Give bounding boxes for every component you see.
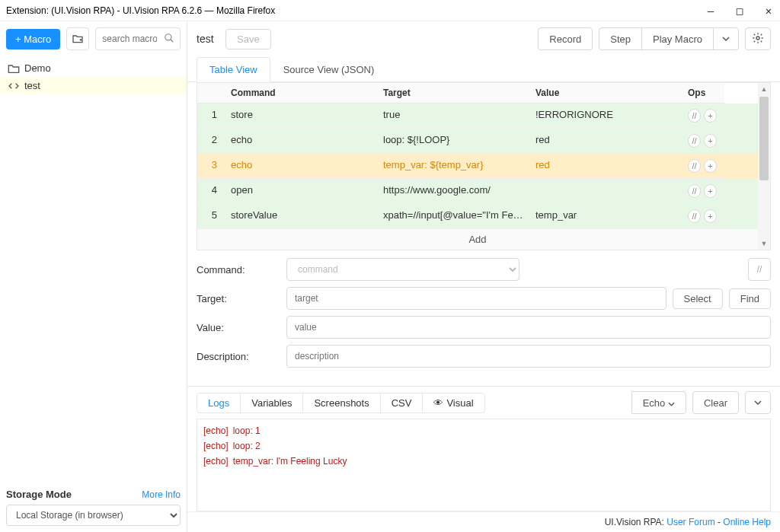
log-tag: [echo] xyxy=(203,441,229,451)
row-ops: //+ xyxy=(682,204,724,229)
save-button[interactable]: Save xyxy=(225,29,271,49)
row-target: temp_var: ${temp_var} xyxy=(377,154,529,179)
window-titlebar: Extension: (UI.Vision RPA) - UI.Vision R… xyxy=(0,0,780,21)
add-row-button[interactable]: + xyxy=(704,209,717,223)
target-field[interactable] xyxy=(286,287,667,310)
tree-item-label: test xyxy=(24,80,40,91)
play-macro-button[interactable]: Play Macro xyxy=(641,27,714,50)
tab-source-view[interactable]: Source View (JSON) xyxy=(270,57,388,82)
row-command: echo xyxy=(225,154,377,179)
log-line: [echo]loop: 2 xyxy=(203,441,764,451)
clear-logs-button[interactable]: Clear xyxy=(692,391,739,414)
comment-row-button[interactable]: // xyxy=(688,109,701,123)
log-line: [echo]temp_var: I'm Feeling Lucky xyxy=(203,456,764,467)
record-button[interactable]: Record xyxy=(538,27,593,50)
log-filter-button[interactable]: Echo xyxy=(631,391,686,414)
col-command: Command xyxy=(225,83,377,104)
row-ops: //+ xyxy=(682,104,724,129)
log-tag: [echo] xyxy=(203,456,229,467)
tab-screenshots[interactable]: Screenshots xyxy=(303,393,380,413)
find-target-button[interactable]: Find xyxy=(729,288,771,309)
comment-row-button[interactable]: // xyxy=(688,159,701,173)
table-scrollbar[interactable]: ▲ ▼ xyxy=(758,83,770,250)
comment-row-button[interactable]: // xyxy=(688,209,701,223)
row-value: temp_var xyxy=(529,204,682,229)
row-target: true xyxy=(377,104,529,129)
table-row[interactable]: 2echoloop: ${!LOOP}red//+ xyxy=(197,129,758,154)
select-target-button[interactable]: Select xyxy=(673,288,723,309)
window-title: Extension: (UI.Vision RPA) - UI.Vision R… xyxy=(6,5,705,16)
scroll-up-icon[interactable]: ▲ xyxy=(758,83,770,95)
log-message: loop: 1 xyxy=(233,425,261,436)
log-line: [echo]loop: 1 xyxy=(203,425,764,436)
add-row-button[interactable]: + xyxy=(704,184,717,198)
row-target: xpath=//input[@value="I'm Feeling L… xyxy=(377,204,529,229)
storage-mode-select[interactable]: Local Storage (in browser) xyxy=(6,505,181,526)
tab-csv[interactable]: CSV xyxy=(381,393,424,413)
row-value xyxy=(529,179,682,204)
row-target: loop: ${!LOOP} xyxy=(377,129,529,154)
target-field-label: Target: xyxy=(197,293,280,304)
add-row-button[interactable]: + xyxy=(704,134,717,148)
row-number: 1 xyxy=(197,104,225,129)
row-value: red xyxy=(529,129,682,154)
eye-icon: 👁 xyxy=(433,397,443,409)
comment-button[interactable]: // xyxy=(748,258,771,281)
svg-point-2 xyxy=(165,34,171,40)
col-num xyxy=(197,83,225,104)
col-target: Target xyxy=(377,83,529,104)
row-command: store xyxy=(225,104,377,129)
row-command: echo xyxy=(225,129,377,154)
log-options-button[interactable] xyxy=(745,391,771,414)
table-row[interactable]: 4openhttps://www.google.com///+ xyxy=(197,179,758,204)
tab-visual[interactable]: 👁Visual xyxy=(423,393,484,413)
tree-item-label: Demo xyxy=(24,62,51,74)
log-message: temp_var: I'm Feeling Lucky xyxy=(233,456,347,467)
description-field-label: Description: xyxy=(197,351,280,362)
maximize-icon[interactable]: □ xyxy=(734,5,745,16)
new-folder-button[interactable] xyxy=(66,27,89,50)
command-field[interactable]: command xyxy=(286,258,519,281)
svg-point-4 xyxy=(756,37,759,40)
tree-macro-test[interactable]: test xyxy=(0,77,187,94)
footer: UI.Vision RPA: User Forum - Online Help xyxy=(187,511,780,532)
comment-row-button[interactable]: // xyxy=(688,134,701,148)
row-command: storeValue xyxy=(225,204,377,229)
more-info-link[interactable]: More Info xyxy=(142,489,181,500)
gear-icon xyxy=(752,32,764,46)
new-macro-button[interactable]: + Macro xyxy=(6,29,60,49)
scroll-down-icon[interactable]: ▼ xyxy=(758,237,770,250)
description-field[interactable] xyxy=(286,345,771,368)
close-icon[interactable]: ✕ xyxy=(763,5,774,16)
tab-variables[interactable]: Variables xyxy=(241,393,303,413)
folder-icon xyxy=(8,63,20,74)
row-number: 5 xyxy=(197,204,225,229)
comment-row-button[interactable]: // xyxy=(688,184,701,198)
log-tag: [echo] xyxy=(203,425,229,436)
tree-folder-demo[interactable]: Demo xyxy=(0,59,187,77)
settings-button[interactable] xyxy=(745,27,771,50)
add-command-button[interactable]: Add xyxy=(197,229,758,250)
step-button[interactable]: Step xyxy=(599,27,642,50)
command-table: Command Target Value Ops 1storetrue!ERRO… xyxy=(197,82,771,250)
row-target: https://www.google.com/ xyxy=(377,179,529,204)
table-row[interactable]: 5storeValuexpath=//input[@value="I'm Fee… xyxy=(197,204,758,229)
row-number: 3 xyxy=(197,154,225,179)
tab-table-view[interactable]: Table View xyxy=(197,57,270,82)
row-ops: //+ xyxy=(682,179,724,204)
scroll-thumb[interactable] xyxy=(759,97,769,180)
value-field[interactable] xyxy=(286,316,771,339)
col-value: Value xyxy=(529,83,682,104)
play-dropdown-button[interactable] xyxy=(713,27,739,50)
tab-logs[interactable]: Logs xyxy=(197,393,241,413)
add-row-button[interactable]: + xyxy=(704,109,717,123)
log-message: loop: 2 xyxy=(233,441,261,451)
online-help-link[interactable]: Online Help xyxy=(723,517,771,527)
table-row[interactable]: 1storetrue!ERRORIGNORE//+ xyxy=(197,104,758,129)
minimize-icon[interactable]: — xyxy=(705,5,716,16)
table-row[interactable]: 3echotemp_var: ${temp_var}red//+ xyxy=(197,154,758,179)
row-number: 4 xyxy=(197,179,225,204)
add-row-button[interactable]: + xyxy=(704,159,717,173)
user-forum-link[interactable]: User Forum xyxy=(667,517,714,527)
storage-mode-label: Storage Mode xyxy=(6,489,72,500)
